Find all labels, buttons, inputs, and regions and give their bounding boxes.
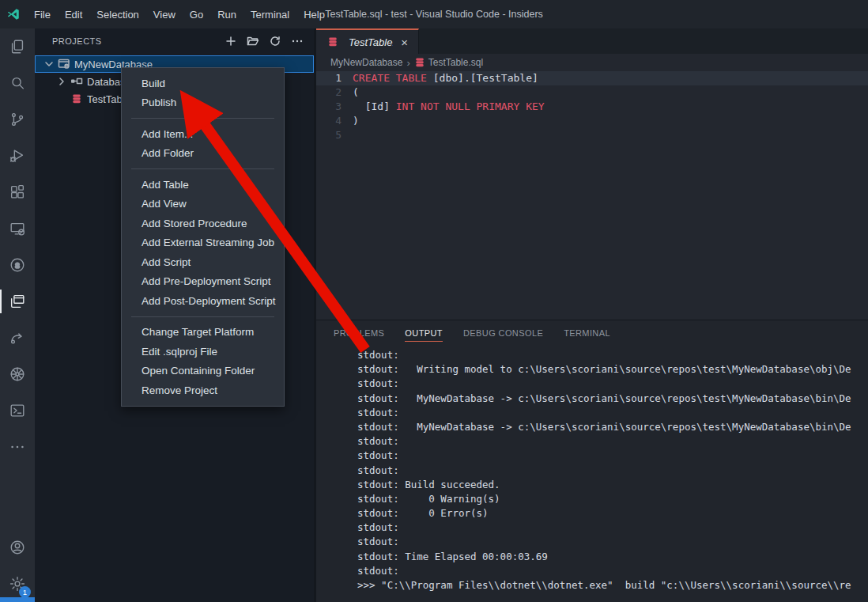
accounts-icon[interactable] xyxy=(0,529,35,566)
output-line: stdout: 0 Warning(s) xyxy=(357,492,868,506)
tab-close-icon[interactable]: × xyxy=(398,36,410,49)
menubar-item-go[interactable]: Go xyxy=(183,0,210,28)
refresh-icon[interactable] xyxy=(266,32,284,50)
editor-tab-strip: TestTable.sql × xyxy=(316,28,868,54)
output-line: >>> "C:\\Program Files\\dotnet\\dotnet.e… xyxy=(357,578,868,593)
output-line: stdout: xyxy=(357,377,868,391)
remote-status-indicator[interactable] xyxy=(0,597,35,602)
code-token: CREATE TABLE xyxy=(353,71,427,85)
menu-item-add-item[interactable]: Add Item... xyxy=(122,124,284,144)
menu-item-add-script[interactable]: Add Script xyxy=(122,252,284,272)
kubernetes-icon[interactable] xyxy=(0,356,35,392)
terminal-powershell-icon[interactable] xyxy=(0,392,35,429)
breadcrumb-separator: › xyxy=(406,57,409,69)
output-line: stdout: xyxy=(357,406,868,420)
database-projects-icon[interactable] xyxy=(0,283,35,320)
output-line: stdout: xyxy=(357,464,868,478)
menu-item-add-stored-procedure[interactable]: Add Stored Procedure xyxy=(122,214,284,233)
open-folder-icon[interactable] xyxy=(244,32,262,50)
code-line-5: 5 xyxy=(316,128,868,142)
editor-group: TestTable.sql × MyNewDatabase›TestTable.… xyxy=(314,28,868,602)
output-line: stdout: MyNewDatabase -> c:\Users\scoria… xyxy=(357,392,868,406)
output-line: stdout: xyxy=(357,564,868,578)
chevron-spacer xyxy=(55,93,68,105)
breadcrumb-item-testtable-sql[interactable]: TestTable.sql xyxy=(414,57,483,68)
menu-item-add-table[interactable]: Add Table xyxy=(122,175,284,195)
menubar-item-terminal[interactable]: Terminal xyxy=(243,0,296,28)
vscode-insiders-logo-icon xyxy=(0,7,27,21)
breadcrumb-item-mynewdatabase[interactable]: MyNewDatabase xyxy=(330,57,402,68)
output-console[interactable]: stdout:stdout: Writing model to c:\Users… xyxy=(316,346,868,602)
line-number: 4 xyxy=(316,114,353,128)
menu-item-change-target-platform[interactable]: Change Target Platform xyxy=(122,323,284,343)
chevron-down-icon[interactable] xyxy=(43,58,55,70)
remote-explorer-icon[interactable] xyxy=(0,210,35,247)
code-line-2: 2( xyxy=(316,85,868,100)
live-share-icon[interactable] xyxy=(0,320,35,356)
menubar-item-help[interactable]: Help xyxy=(296,0,332,28)
database-file-icon xyxy=(326,36,340,48)
menu-separator xyxy=(131,168,274,169)
database-file-icon xyxy=(414,57,425,68)
breadcrumb-label: TestTable.sql xyxy=(428,57,483,68)
vscode-window: FileEditSelectionViewGoRunTerminalHelp T… xyxy=(0,0,868,602)
database-project-icon xyxy=(57,58,71,70)
more-actions-icon[interactable] xyxy=(289,32,306,50)
panel-tab-debug-console[interactable]: DEBUG CONSOLE xyxy=(463,320,543,346)
menu-item-build[interactable]: Build xyxy=(122,74,284,93)
line-number: 1 xyxy=(316,71,353,85)
tab-testtable-sql[interactable]: TestTable.sql × xyxy=(316,28,419,54)
run-and-debug-icon[interactable] xyxy=(0,138,35,174)
output-line: stdout: Writing model to c:\Users\scoria… xyxy=(357,362,868,377)
code-line-1: 1CREATE TABLE [dbo].[TestTable] xyxy=(316,71,868,85)
breadcrumb: MyNewDatabase›TestTable.sql xyxy=(316,54,868,71)
code-line-4: 4) xyxy=(316,114,868,128)
title-bar: FileEditSelectionViewGoRunTerminalHelp T… xyxy=(0,0,868,28)
menu-item-add-view[interactable]: Add View xyxy=(122,195,284,214)
output-line: stdout: 0 Error(s) xyxy=(357,506,868,521)
output-line: stdout: xyxy=(357,521,868,535)
menubar-item-run[interactable]: Run xyxy=(210,0,243,28)
panel-tab-bar: PROBLEMSOUTPUTDEBUG CONSOLETERMINAL xyxy=(316,320,868,346)
line-number: 5 xyxy=(316,128,353,142)
menu-item-publish[interactable]: Publish xyxy=(122,93,284,113)
code-token: ( xyxy=(353,85,359,100)
line-number: 3 xyxy=(316,100,353,114)
menu-item-add-pre-deployment-script[interactable]: Add Pre-Deployment Script xyxy=(122,272,284,292)
menu-item-add-post-deployment-script[interactable]: Add Post-Deployment Script xyxy=(122,291,284,311)
extensions-icon[interactable] xyxy=(0,174,35,210)
explorer-icon[interactable] xyxy=(0,28,35,65)
menu-item-add-external-streaming-job[interactable]: Add External Streaming Job xyxy=(122,233,284,253)
menubar-item-file[interactable]: File xyxy=(27,0,58,28)
menu-item-open-containing-folder[interactable]: Open Containing Folder xyxy=(122,362,284,381)
more-tools-icon[interactable] xyxy=(0,429,35,465)
activity-bar: 1 xyxy=(0,28,35,602)
menu-item-remove-project[interactable]: Remove Project xyxy=(122,381,284,400)
output-line: stdout: MyNewDatabase -> c:\Users\scoria… xyxy=(357,420,868,434)
panel-tab-problems[interactable]: PROBLEMS xyxy=(334,320,384,346)
menu-item-edit-sqlproj-file[interactable]: Edit .sqlproj File xyxy=(122,342,284,362)
breadcrumb-label: MyNewDatabase xyxy=(330,57,402,68)
output-line: stdout: xyxy=(357,535,868,549)
code-token: ) xyxy=(353,114,359,128)
code-editor[interactable]: 1CREATE TABLE [dbo].[TestTable]2(3 [Id] … xyxy=(316,71,868,320)
output-line: stdout: Build succeeded. xyxy=(357,478,868,492)
code-token: [dbo].[TestTable] xyxy=(427,71,538,85)
project-context-menu: BuildPublishAdd Item...Add FolderAdd Tab… xyxy=(121,67,285,407)
menubar-item-selection[interactable]: Selection xyxy=(89,0,145,28)
add-project-icon[interactable] xyxy=(222,32,240,50)
github-icon[interactable] xyxy=(0,247,35,283)
menubar-item-edit[interactable]: Edit xyxy=(58,0,89,28)
menu-separator xyxy=(131,316,274,317)
menu-bar: FileEditSelectionViewGoRunTerminalHelp xyxy=(27,0,332,28)
line-number: 2 xyxy=(316,85,353,100)
menu-item-add-folder[interactable]: Add Folder xyxy=(122,144,284,164)
code-token: [Id] xyxy=(353,100,390,114)
source-control-icon[interactable] xyxy=(0,101,35,138)
chevron-right-icon[interactable] xyxy=(55,75,68,88)
menubar-item-view[interactable]: View xyxy=(146,0,183,28)
panel-tab-terminal[interactable]: TERMINAL xyxy=(564,320,610,346)
panel-tab-output[interactable]: OUTPUT xyxy=(405,320,443,346)
settings-badge: 1 xyxy=(19,586,31,598)
search-icon[interactable] xyxy=(0,65,35,101)
